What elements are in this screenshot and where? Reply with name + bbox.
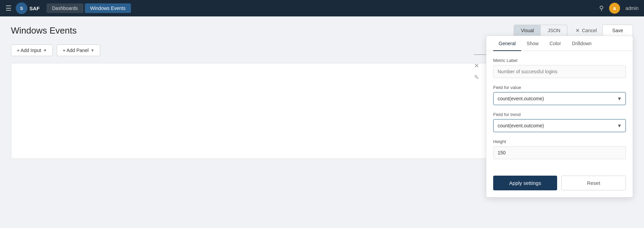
- visual-view-button[interactable]: Visual: [514, 25, 541, 36]
- field-for-trend-wrapper: count(event.outcome) sum(event.count) av…: [493, 119, 626, 132]
- field-for-trend-group: Field for trend count(event.outcome) sum…: [493, 112, 626, 132]
- chevron-down-icon: ▼: [43, 48, 47, 52]
- chevron-down-icon: ▼: [91, 48, 94, 52]
- add-panel-button[interactable]: + Add Panel ▼: [57, 45, 100, 56]
- panel-config-tabs: General Show Color Drilldown: [486, 36, 633, 51]
- nav-tab-dashboards[interactable]: Dashboards: [47, 3, 83, 13]
- view-toggle: Visual JSON: [514, 25, 567, 36]
- field-for-value-group: Field for value count(event.outcome) sum…: [493, 85, 626, 105]
- metric-label-input[interactable]: [493, 65, 626, 78]
- add-input-button[interactable]: + Add Input ▼: [11, 45, 53, 56]
- tab-color[interactable]: Color: [544, 36, 566, 51]
- nav-username: admin: [626, 5, 639, 11]
- height-input[interactable]: [493, 146, 626, 159]
- panel-config-body: Metric Label Field for value count(event…: [486, 51, 633, 172]
- panel-config: General Show Color Drilldown Metric Labe…: [486, 36, 633, 198]
- field-for-value-label: Field for value: [493, 85, 626, 90]
- top-navigation: ☰ S SAF Dashboards Windows Events ⚲ a ad…: [0, 0, 644, 16]
- field-for-trend-label: Field for trend: [493, 112, 626, 117]
- metric-label-group: Metric Label: [493, 58, 626, 78]
- nav-tab-windows-events[interactable]: Windows Events: [85, 3, 131, 13]
- page-title: Windows Events: [11, 25, 514, 36]
- nav-right: ⚲ a admin: [599, 3, 639, 14]
- save-button[interactable]: Save: [602, 25, 633, 36]
- panel-actions: ―― ✕ ✎: [474, 51, 486, 81]
- page-header: Windows Events Visual JSON ✕ Cancel Save: [11, 25, 633, 36]
- height-group: Height: [493, 139, 626, 159]
- reset-button[interactable]: Reset: [561, 176, 626, 190]
- logo-circle: S: [16, 2, 27, 14]
- search-icon[interactable]: ⚲: [599, 4, 604, 12]
- json-view-button[interactable]: JSON: [541, 25, 567, 36]
- avatar[interactable]: a: [609, 3, 620, 14]
- hamburger-menu-icon[interactable]: ☰: [5, 4, 12, 12]
- apply-settings-button[interactable]: Apply settings: [493, 176, 557, 190]
- logo-text: SAF: [29, 5, 40, 11]
- cancel-button[interactable]: ✕ Cancel: [576, 28, 597, 33]
- tab-show[interactable]: Show: [521, 36, 544, 51]
- panel-config-footer: Apply settings Reset: [486, 172, 633, 197]
- field-for-value-select[interactable]: count(event.outcome) sum(event.count) av…: [493, 92, 626, 105]
- metric-label-label: Metric Label: [493, 58, 626, 63]
- main-content: Windows Events Visual JSON ✕ Cancel Save…: [0, 16, 644, 167]
- minimize-icon[interactable]: ――: [474, 51, 486, 58]
- field-for-trend-select[interactable]: count(event.outcome) sum(event.count) av…: [493, 119, 626, 132]
- tab-drilldown[interactable]: Drilldown: [566, 36, 597, 51]
- logo-letter: S: [20, 6, 23, 11]
- close-icon: ✕: [576, 28, 580, 33]
- nav-tabs: Dashboards Windows Events: [47, 3, 131, 13]
- panel-close-icon[interactable]: ✕: [474, 62, 486, 69]
- field-for-value-wrapper: count(event.outcome) sum(event.count) av…: [493, 92, 626, 105]
- height-label: Height: [493, 139, 626, 144]
- edit-icon[interactable]: ✎: [474, 74, 486, 81]
- tab-general[interactable]: General: [493, 36, 521, 51]
- logo: S SAF: [16, 2, 40, 14]
